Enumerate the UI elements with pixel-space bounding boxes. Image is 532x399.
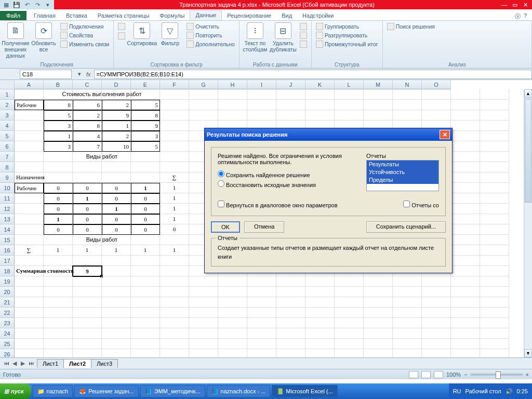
cell[interactable] — [15, 131, 44, 141]
cell[interactable] — [451, 214, 480, 224]
cell[interactable] — [15, 256, 44, 266]
whatif-button[interactable] — [299, 40, 308, 48]
tab-review[interactable]: Рецензирование — [222, 11, 276, 20]
cancel-button[interactable]: Отмена — [244, 221, 284, 233]
scroll-up-icon[interactable]: ▲ — [524, 89, 532, 98]
cell[interactable] — [480, 297, 509, 308]
help-icon[interactable]: ? — [524, 12, 527, 20]
name-box[interactable]: C18 — [20, 70, 72, 79]
cell[interactable] — [218, 308, 247, 318]
cell[interactable] — [160, 339, 189, 349]
cell[interactable] — [480, 245, 509, 256]
cell[interactable] — [422, 339, 451, 349]
cell[interactable] — [335, 318, 364, 328]
cell[interactable]: 1 — [44, 214, 73, 224]
cell[interactable] — [160, 110, 189, 121]
cell[interactable] — [422, 100, 451, 110]
scroll-thumb[interactable] — [525, 99, 531, 203]
col-header[interactable]: D — [102, 80, 131, 89]
row-header[interactable]: 5 — [0, 131, 15, 141]
connections-button[interactable]: Подключения — [59, 22, 110, 31]
first-tab-icon[interactable]: ⏮ — [2, 360, 10, 367]
cell[interactable] — [131, 89, 160, 100]
cell[interactable]: Стоимость выполнения работ — [44, 89, 73, 100]
cell[interactable] — [276, 89, 305, 100]
col-header[interactable]: M — [364, 80, 393, 89]
cell[interactable] — [276, 287, 305, 297]
col-header[interactable]: G — [189, 80, 218, 89]
formula-input[interactable]: =СУММПРОИЗВ(B2:E6;B10:E14) — [94, 70, 532, 79]
cell[interactable] — [102, 308, 131, 318]
cell[interactable]: 9 — [102, 110, 131, 121]
cell[interactable] — [480, 152, 509, 162]
cell[interactable]: 9 — [131, 121, 160, 131]
cell[interactable] — [364, 308, 393, 318]
cell[interactable] — [364, 297, 393, 308]
cell[interactable]: 0 — [44, 204, 73, 214]
cell[interactable] — [364, 339, 393, 349]
cell[interactable] — [160, 100, 189, 110]
cell[interactable] — [15, 121, 44, 131]
cell[interactable] — [44, 297, 73, 308]
cell[interactable] — [102, 318, 131, 328]
taskbar-item[interactable]: 📗 Microsoft Excel (... — [272, 385, 337, 397]
cell[interactable] — [335, 297, 364, 308]
cell[interactable] — [44, 266, 73, 276]
cell[interactable]: 1 — [160, 214, 189, 224]
tab-insert[interactable]: Вставка — [61, 11, 92, 20]
cell[interactable] — [451, 110, 480, 121]
save-icon[interactable]: 💾 — [11, 1, 22, 9]
cell[interactable] — [102, 89, 131, 100]
cell[interactable] — [131, 339, 160, 349]
cell[interactable] — [305, 110, 335, 121]
cell[interactable] — [218, 89, 247, 100]
cell[interactable] — [480, 141, 509, 152]
col-header[interactable]: L — [335, 80, 364, 89]
cell[interactable]: Рабочие — [15, 100, 44, 110]
cell[interactable] — [131, 308, 160, 318]
cell[interactable] — [451, 152, 480, 162]
cell[interactable] — [189, 308, 218, 318]
remove-duplicates-button[interactable]: ⊟ Удалить дубликаты — [271, 22, 296, 52]
excel-icon[interactable]: ▦ — [1, 1, 11, 9]
tab-formulas[interactable]: Формулы — [155, 11, 190, 20]
cell[interactable] — [451, 339, 480, 349]
cell[interactable]: 6 — [73, 100, 102, 110]
cell[interactable] — [160, 152, 189, 162]
row-header[interactable]: 15 — [0, 235, 15, 245]
sort-za-button[interactable] — [117, 32, 126, 40]
cell[interactable] — [335, 110, 364, 121]
cell[interactable]: 10 — [102, 141, 131, 152]
cell[interactable] — [422, 308, 451, 318]
cell[interactable] — [160, 328, 189, 339]
cell[interactable]: Виды работ — [44, 235, 73, 245]
cell[interactable] — [335, 328, 364, 339]
cell[interactable]: Рабочие — [15, 183, 44, 193]
refresh-all-button[interactable]: ⟳ Обновить все — [31, 22, 56, 52]
col-header[interactable]: H — [218, 80, 247, 89]
cell[interactable] — [189, 297, 218, 308]
cell[interactable] — [44, 172, 73, 183]
cell[interactable] — [480, 308, 509, 318]
cell[interactable] — [422, 89, 451, 100]
cell[interactable] — [364, 328, 393, 339]
prev-tab-icon[interactable]: ◀ — [10, 360, 19, 367]
cell[interactable] — [480, 235, 509, 245]
cell[interactable] — [451, 297, 480, 308]
cell[interactable] — [393, 297, 422, 308]
cell[interactable] — [393, 100, 422, 110]
row-header[interactable]: 17 — [0, 256, 15, 266]
text-to-columns-button[interactable]: ⫶ Текст по столбцам — [243, 22, 268, 52]
cell[interactable]: 1 — [131, 183, 160, 193]
cell[interactable] — [160, 318, 189, 328]
cell[interactable] — [131, 297, 160, 308]
cell[interactable] — [422, 287, 451, 297]
cell[interactable] — [276, 328, 305, 339]
col-header[interactable]: O — [422, 80, 451, 89]
select-all-corner[interactable] — [0, 80, 15, 89]
cell[interactable]: 1 — [102, 245, 131, 256]
cell[interactable] — [422, 328, 451, 339]
tab-addins[interactable]: Надстройки — [297, 11, 339, 20]
row-header[interactable]: 19 — [0, 276, 15, 287]
cell[interactable] — [393, 110, 422, 121]
